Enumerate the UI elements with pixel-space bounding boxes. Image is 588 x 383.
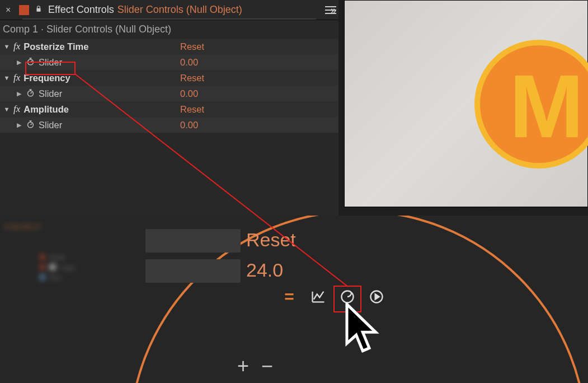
graph-icon[interactable] bbox=[309, 287, 328, 306]
effect-name: Frequency bbox=[23, 73, 70, 83]
property-name: Slider bbox=[39, 88, 62, 99]
zoom-reset-label[interactable]: Reset bbox=[246, 229, 296, 251]
effect-controls-panel: × Effect Controls Slider Controls (Null … bbox=[0, 0, 338, 218]
stopwatch-icon[interactable] bbox=[26, 57, 35, 68]
fx-badge-icon[interactable]: fx bbox=[13, 104, 20, 115]
timeline-layers: Slide Logo Sec bbox=[39, 252, 129, 282]
property-name: Slider bbox=[39, 120, 62, 130]
effect-row[interactable]: ▼ fx Frequency Reset bbox=[0, 70, 338, 86]
property-value[interactable]: 0.00 bbox=[180, 88, 320, 99]
timecode[interactable]: 0:00:03:27 bbox=[4, 222, 41, 231]
effect-row[interactable]: ▼ fx Amplitude Reset bbox=[0, 101, 338, 117]
reset-link[interactable]: Reset bbox=[180, 73, 320, 83]
effect-name: Posterize Time bbox=[23, 41, 88, 52]
zoom-inset: 0:00:03:27 Slide Logo Sec Reset 24.0 = +… bbox=[0, 216, 588, 383]
twirl-down-icon[interactable]: ▼ bbox=[3, 106, 10, 113]
property-value[interactable]: 0.00 bbox=[180, 120, 320, 130]
property-value[interactable]: 0.00 bbox=[180, 57, 320, 68]
composition-preview: M bbox=[344, 0, 588, 207]
panel-tabbar: × Effect Controls Slider Controls (Null … bbox=[0, 0, 338, 20]
logo-letter: M bbox=[509, 55, 584, 158]
recording-indicator-icon bbox=[19, 5, 29, 15]
svg-point-0 bbox=[28, 59, 34, 64]
close-icon[interactable]: × bbox=[6, 5, 13, 15]
stopwatch-icon[interactable] bbox=[26, 119, 35, 131]
layer-row[interactable]: Slide bbox=[39, 252, 129, 262]
layer-row[interactable]: Sec bbox=[39, 272, 129, 282]
cursor-icon bbox=[341, 302, 380, 358]
zoom-value[interactable]: 24.0 bbox=[246, 259, 283, 281]
effect-row[interactable]: ▼ fx Posterize Time Reset bbox=[0, 39, 338, 54]
comp-path: Comp 1 · Slider Controls (Null Object) bbox=[0, 20, 338, 39]
panel-title: Effect Controls Slider Controls (Null Ob… bbox=[48, 4, 242, 16]
reset-link[interactable]: Reset bbox=[180, 41, 320, 52]
effect-name: Amplitude bbox=[23, 104, 69, 115]
expression-enable-icon[interactable]: = bbox=[280, 287, 299, 306]
property-name: Slider bbox=[39, 57, 62, 68]
stopwatch-icon[interactable] bbox=[26, 88, 35, 100]
fx-badge-icon[interactable]: fx bbox=[13, 72, 20, 83]
reset-link[interactable]: Reset bbox=[180, 104, 320, 115]
logo-badge: M bbox=[474, 40, 588, 169]
effects-list: ▼ fx Posterize Time Reset ▶ Slider 0.00 … bbox=[0, 39, 338, 133]
slider-row[interactable]: ▶ Slider 0.00 bbox=[0, 117, 338, 133]
panel-layer-name: Slider Controls (Null Object) bbox=[117, 4, 242, 16]
expand-panel-icon[interactable]: » bbox=[331, 4, 334, 16]
slider-row[interactable]: ▶ Slider 0.00 bbox=[0, 54, 338, 70]
twirl-down-icon[interactable]: ▼ bbox=[3, 43, 10, 50]
slider-row[interactable]: ▶ Slider 0.00 bbox=[0, 86, 338, 101]
twirl-right-icon[interactable]: ▶ bbox=[16, 90, 22, 97]
twirl-down-icon[interactable]: ▼ bbox=[3, 74, 10, 81]
lock-icon[interactable] bbox=[35, 5, 43, 15]
layer-row[interactable]: Logo bbox=[39, 262, 129, 272]
twirl-right-icon[interactable]: ▶ bbox=[16, 59, 22, 66]
panel-title-text: Effect Controls bbox=[48, 4, 114, 16]
fx-badge-icon[interactable]: fx bbox=[13, 41, 20, 52]
twirl-right-icon[interactable]: ▶ bbox=[16, 122, 22, 129]
zoom-plus-minus[interactable]: + − bbox=[237, 354, 276, 378]
